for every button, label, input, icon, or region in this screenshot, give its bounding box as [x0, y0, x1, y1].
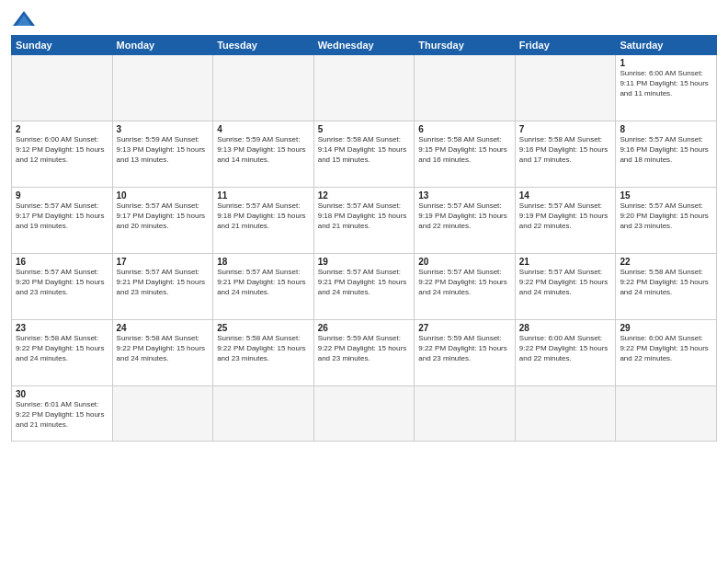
day-info: Sunrise: 5:57 AM Sunset: 9:17 PM Dayligh…: [16, 201, 108, 231]
calendar-cell: 18Sunrise: 5:57 AM Sunset: 9:21 PM Dayli…: [213, 254, 314, 320]
calendar-cell: 7Sunrise: 5:58 AM Sunset: 9:16 PM Daylig…: [515, 121, 616, 188]
day-number: 7: [519, 124, 612, 134]
day-number: 17: [117, 257, 210, 267]
day-number: 1: [620, 58, 712, 68]
calendar-cell: 11Sunrise: 5:57 AM Sunset: 9:18 PM Dayli…: [213, 188, 314, 254]
calendar-cell: [112, 386, 213, 442]
weekday-header-friday: Friday: [515, 36, 616, 55]
calendar-cell: 19Sunrise: 5:57 AM Sunset: 9:21 PM Dayli…: [313, 254, 415, 320]
day-number: 26: [318, 323, 411, 333]
week-row-5: 23Sunrise: 5:58 AM Sunset: 9:22 PM Dayli…: [12, 320, 717, 386]
day-number: 25: [217, 323, 310, 333]
day-info: Sunrise: 5:58 AM Sunset: 9:22 PM Dayligh…: [620, 268, 712, 297]
day-info: Sunrise: 5:57 AM Sunset: 9:18 PM Dayligh…: [318, 201, 411, 231]
day-number: 8: [620, 124, 712, 134]
day-number: 24: [117, 323, 210, 333]
day-number: 28: [519, 323, 612, 333]
week-row-6: 30Sunrise: 6:01 AM Sunset: 9:22 PM Dayli…: [12, 386, 717, 442]
calendar-cell: 24Sunrise: 5:58 AM Sunset: 9:22 PM Dayli…: [112, 320, 213, 386]
day-number: 10: [117, 190, 210, 201]
day-info: Sunrise: 5:57 AM Sunset: 9:22 PM Dayligh…: [418, 268, 511, 297]
day-number: 18: [217, 257, 310, 267]
day-info: Sunrise: 5:57 AM Sunset: 9:19 PM Dayligh…: [519, 201, 612, 231]
calendar-cell: 13Sunrise: 5:57 AM Sunset: 9:19 PM Dayli…: [415, 188, 516, 254]
calendar-cell: 1Sunrise: 6:00 AM Sunset: 9:11 PM Daylig…: [616, 55, 717, 121]
week-row-2: 2Sunrise: 6:00 AM Sunset: 9:12 PM Daylig…: [12, 121, 717, 188]
weekday-header-tuesday: Tuesday: [213, 36, 314, 55]
day-number: 9: [16, 190, 108, 201]
day-info: Sunrise: 5:57 AM Sunset: 9:18 PM Dayligh…: [217, 201, 310, 231]
day-number: 23: [16, 323, 108, 333]
day-number: 12: [318, 190, 411, 201]
day-number: 3: [117, 124, 210, 134]
calendar-body: 1Sunrise: 6:00 AM Sunset: 9:11 PM Daylig…: [12, 55, 717, 442]
calendar-cell: 8Sunrise: 5:57 AM Sunset: 9:16 PM Daylig…: [616, 121, 717, 188]
day-number: 6: [418, 124, 511, 134]
day-number: 22: [620, 257, 712, 267]
day-info: Sunrise: 6:01 AM Sunset: 9:22 PM Dayligh…: [16, 400, 108, 430]
calendar-cell: 12Sunrise: 5:57 AM Sunset: 9:18 PM Dayli…: [313, 188, 415, 254]
calendar-cell: [616, 386, 717, 442]
calendar-cell: 4Sunrise: 5:59 AM Sunset: 9:13 PM Daylig…: [213, 121, 314, 188]
day-info: Sunrise: 5:59 AM Sunset: 9:22 PM Dayligh…: [318, 334, 411, 363]
day-number: 27: [418, 323, 511, 333]
day-info: Sunrise: 6:00 AM Sunset: 9:12 PM Dayligh…: [16, 135, 108, 165]
calendar-cell: 28Sunrise: 6:00 AM Sunset: 9:22 PM Dayli…: [515, 320, 616, 386]
day-info: Sunrise: 5:57 AM Sunset: 9:21 PM Dayligh…: [318, 268, 411, 297]
calendar-cell: 26Sunrise: 5:59 AM Sunset: 9:22 PM Dayli…: [313, 320, 415, 386]
logo-icon: [11, 9, 37, 29]
day-info: Sunrise: 6:00 AM Sunset: 9:22 PM Dayligh…: [519, 334, 612, 363]
weekday-header-saturday: Saturday: [616, 36, 717, 55]
day-number: 2: [16, 124, 108, 134]
week-row-3: 9Sunrise: 5:57 AM Sunset: 9:17 PM Daylig…: [12, 188, 717, 254]
calendar-cell: [515, 55, 616, 121]
day-info: Sunrise: 5:57 AM Sunset: 9:22 PM Dayligh…: [519, 268, 612, 297]
calendar-cell: [415, 386, 516, 442]
calendar-cell: 5Sunrise: 5:58 AM Sunset: 9:14 PM Daylig…: [313, 121, 415, 188]
calendar-cell: [213, 55, 314, 121]
day-number: 5: [318, 124, 411, 134]
weekday-header-wednesday: Wednesday: [313, 36, 415, 55]
day-info: Sunrise: 5:59 AM Sunset: 9:22 PM Dayligh…: [418, 334, 511, 363]
calendar-cell: [12, 55, 113, 121]
calendar-cell: 9Sunrise: 5:57 AM Sunset: 9:17 PM Daylig…: [12, 188, 113, 254]
day-info: Sunrise: 6:00 AM Sunset: 9:22 PM Dayligh…: [620, 334, 712, 363]
logo: [11, 9, 40, 29]
day-info: Sunrise: 5:57 AM Sunset: 9:16 PM Dayligh…: [620, 135, 712, 165]
calendar-cell: 27Sunrise: 5:59 AM Sunset: 9:22 PM Dayli…: [415, 320, 516, 386]
day-info: Sunrise: 5:58 AM Sunset: 9:22 PM Dayligh…: [117, 334, 210, 363]
day-info: Sunrise: 5:59 AM Sunset: 9:13 PM Dayligh…: [117, 135, 210, 165]
calendar-cell: 21Sunrise: 5:57 AM Sunset: 9:22 PM Dayli…: [515, 254, 616, 320]
day-number: 15: [620, 190, 712, 201]
day-number: 19: [318, 257, 411, 267]
calendar-table: SundayMondayTuesdayWednesdayThursdayFrid…: [11, 35, 717, 442]
calendar-cell: 23Sunrise: 5:58 AM Sunset: 9:22 PM Dayli…: [12, 320, 113, 386]
week-row-1: 1Sunrise: 6:00 AM Sunset: 9:11 PM Daylig…: [12, 55, 717, 121]
week-row-4: 16Sunrise: 5:57 AM Sunset: 9:20 PM Dayli…: [12, 254, 717, 320]
calendar-cell: 22Sunrise: 5:58 AM Sunset: 9:22 PM Dayli…: [616, 254, 717, 320]
page: SundayMondayTuesdayWednesdayThursdayFrid…: [0, 0, 728, 563]
weekday-header-monday: Monday: [112, 36, 213, 55]
calendar-header: SundayMondayTuesdayWednesdayThursdayFrid…: [12, 36, 717, 55]
weekday-header-thursday: Thursday: [415, 36, 516, 55]
calendar-cell: 6Sunrise: 5:58 AM Sunset: 9:15 PM Daylig…: [415, 121, 516, 188]
calendar-cell: [515, 386, 616, 442]
calendar-cell: [112, 55, 213, 121]
calendar-cell: 2Sunrise: 6:00 AM Sunset: 9:12 PM Daylig…: [12, 121, 113, 188]
weekday-header-sunday: Sunday: [12, 36, 113, 55]
day-number: 4: [217, 124, 310, 134]
day-info: Sunrise: 5:57 AM Sunset: 9:21 PM Dayligh…: [117, 268, 210, 297]
day-number: 30: [16, 389, 108, 399]
day-number: 21: [519, 257, 612, 267]
day-info: Sunrise: 5:57 AM Sunset: 9:17 PM Dayligh…: [117, 201, 210, 231]
day-number: 16: [16, 257, 108, 267]
calendar-cell: [313, 386, 415, 442]
day-number: 14: [519, 190, 612, 201]
day-info: Sunrise: 5:57 AM Sunset: 9:20 PM Dayligh…: [620, 201, 712, 231]
calendar-cell: 3Sunrise: 5:59 AM Sunset: 9:13 PM Daylig…: [112, 121, 213, 188]
calendar-cell: 10Sunrise: 5:57 AM Sunset: 9:17 PM Dayli…: [112, 188, 213, 254]
weekday-row: SundayMondayTuesdayWednesdayThursdayFrid…: [12, 36, 717, 55]
day-info: Sunrise: 5:57 AM Sunset: 9:21 PM Dayligh…: [217, 268, 310, 297]
calendar-cell: 29Sunrise: 6:00 AM Sunset: 9:22 PM Dayli…: [616, 320, 717, 386]
day-info: Sunrise: 5:59 AM Sunset: 9:13 PM Dayligh…: [217, 135, 310, 165]
